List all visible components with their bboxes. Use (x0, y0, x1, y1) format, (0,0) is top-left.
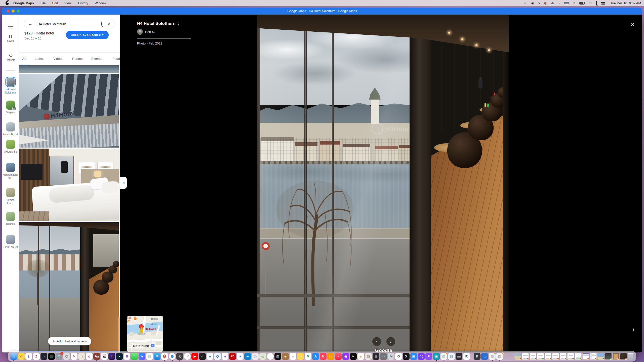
clear-search-icon[interactable]: ✕ (107, 22, 111, 26)
menu-file[interactable]: File (41, 1, 46, 5)
dock-minimized-doc-1[interactable] (522, 353, 529, 360)
task-check-icon[interactable]: ✓ (524, 2, 527, 5)
check-availability-button[interactable]: CHECK AVAILABILITY (66, 31, 109, 39)
dock-r-app[interactable]: R (463, 353, 470, 360)
dock-ring-app[interactable]: ◯ (418, 353, 425, 360)
menu-view[interactable]: View (64, 1, 71, 5)
zoom-in-icon[interactable]: + (632, 327, 635, 333)
dock-news[interactable]: N (320, 353, 327, 360)
dock-scanner[interactable]: ▬ (456, 353, 462, 360)
volume-icon[interactable]: ♪ (558, 2, 560, 5)
dock-notes[interactable]: ▭ (297, 353, 304, 360)
menu-hamburger-icon[interactable] (8, 25, 13, 28)
dock-stickies[interactable]: ▤ (146, 353, 153, 360)
dock-vinyl-app[interactable]: ◎ (373, 353, 379, 360)
minimap-pegman[interactable] (140, 329, 143, 333)
sidebar-item-saved[interactable]: Saved (2, 35, 19, 42)
dock-minimized-photo-room[interactable] (620, 353, 627, 360)
dock-usb-tree-app[interactable]: ψ (86, 353, 93, 360)
dock-vlc[interactable]: ▲ (357, 353, 364, 360)
dock-books[interactable]: ❐ (327, 353, 334, 360)
tab-all[interactable]: All (22, 57, 26, 61)
dock-finder[interactable]: ☺ (10, 353, 17, 360)
dock-star-app[interactable]: ★ (222, 353, 228, 360)
dock-drafting-app[interactable]: ❧ (237, 353, 244, 360)
menu-edit[interactable]: Edit (52, 1, 58, 5)
tab-videos[interactable]: Videos (53, 57, 63, 61)
dock-styling-app[interactable]: ∩ (78, 353, 85, 360)
dock-music[interactable]: ♪ (335, 353, 342, 360)
media-disc-icon[interactable]: ◉ (531, 2, 534, 5)
dock-minimized-doc-2[interactable] (530, 353, 536, 360)
dock-minimized-sheet-3[interactable] (590, 353, 597, 360)
recent-place-virginia[interactable]: 2Virginia (2, 101, 19, 114)
spotlight-icon[interactable] (596, 1, 597, 5)
add-photos-button[interactable]: + Add photos & videos (48, 337, 91, 345)
dock-filezilla[interactable]: FZ (229, 353, 236, 360)
search-box[interactable]: ← H4 Hotel Solothurn ✕ (24, 20, 115, 28)
menu-window[interactable]: Window (95, 1, 106, 5)
dock-trash[interactable] (628, 353, 634, 360)
recent-place-rennes[interactable]: Rennes (2, 212, 19, 225)
minimap-bar-poi-icon[interactable]: Y (133, 317, 137, 321)
dock-antivirus[interactable]: ✓ (18, 353, 25, 360)
photo-thumbnail-selected[interactable] (19, 222, 120, 352)
battery-icon[interactable] (579, 2, 585, 5)
hotel-dates[interactable]: Dec 15 – 16 (24, 37, 41, 40)
dock-chrome[interactable] (169, 353, 176, 360)
dock-piano-app[interactable]: ▥ (274, 353, 281, 360)
search-input[interactable]: H4 Hotel Solothurn (37, 22, 101, 26)
next-photo-button[interactable]: › (386, 337, 395, 346)
window-titlebar[interactable]: Google Maps - H4 Hotel Solothurn - Googl… (2, 8, 642, 15)
dock-minimized-doc-7[interactable] (567, 353, 574, 360)
back-arrow-icon[interactable]: ← (28, 21, 32, 26)
recent-place-14408-ny-90[interactable]: 14408 NY-90 (2, 235, 19, 249)
dock-gauge-app[interactable]: ◔ (41, 353, 47, 360)
menu-clock[interactable]: Tue Dec 10 9:07 AM (610, 1, 641, 5)
close-viewer-icon[interactable]: ✕ (631, 22, 635, 27)
dock-youtube[interactable]: ▶ (191, 353, 198, 360)
dock-webcam-app[interactable]: ◉ (433, 353, 440, 360)
dock-voice-app[interactable]: ılıl (425, 353, 432, 360)
dock-printer-utility[interactable]: ▤ (440, 353, 447, 360)
dock-quicktime[interactable]: Q (214, 353, 221, 360)
dock-minimized-sheet-1[interactable] (575, 353, 582, 360)
photo-thumbnail-room[interactable] (19, 149, 120, 221)
dock-media-frog-app[interactable]: ω (259, 353, 266, 360)
dock-printer-3[interactable]: ▤ (496, 353, 503, 360)
input-menu-icon[interactable]: ⌨ (564, 2, 569, 5)
dock-dictionary[interactable]: Aa (93, 353, 100, 360)
dock-minimized-photo-1[interactable] (514, 353, 521, 360)
dock-calendar[interactable]: 10 (101, 353, 108, 360)
panel-scrollbar-thumb[interactable] (118, 317, 120, 352)
dock-console[interactable]: ▭ (380, 353, 387, 360)
tab-exterior[interactable]: Exterior (91, 57, 103, 61)
dock-bluetooth-utility[interactable]: ᛒ (25, 353, 32, 360)
dock-printer-2[interactable]: ▤ (489, 353, 496, 360)
menu-app-name[interactable]: Google Maps (13, 1, 34, 5)
collapse-panel-button[interactable]: ◀ (120, 177, 127, 189)
dock-archiver[interactable]: ▤ (365, 353, 372, 360)
dock-textedit[interactable]: ✎ (71, 353, 77, 360)
mini-map[interactable]: Barge Y Ritterq Aare H4 Hotel Solothurn … (127, 316, 163, 352)
dock-minimized-doc-4[interactable] (545, 353, 551, 360)
menu-history[interactable]: History (78, 1, 88, 5)
dock-minimized-sheet-2[interactable] (582, 353, 589, 360)
dock-xquartz[interactable]: X (403, 353, 410, 360)
photo-thumbnail-exterior[interactable]: H4Hotel (19, 74, 120, 148)
dock-transit-app[interactable]: ⚑ (305, 353, 311, 360)
apple-menu-icon[interactable] (6, 1, 9, 5)
dock-podcasts[interactable]: ◉ (342, 353, 349, 360)
dock-edge[interactable]: e (207, 353, 213, 360)
zoom-window-button[interactable] (17, 10, 20, 13)
control-center-icon[interactable] (601, 2, 605, 5)
dock-home-app[interactable]: ⌂ (481, 353, 488, 360)
recent-place-northumberland[interactable]: Northumberland… (2, 163, 19, 180)
dock-mail[interactable]: ✉ (154, 353, 160, 360)
photo-author[interactable]: Ben S. (137, 29, 191, 35)
dock-zinio[interactable]: Z (33, 353, 40, 360)
dock-minimized-photo-dark[interactable] (605, 353, 612, 360)
dock-minimized-doc-5[interactable] (552, 353, 559, 360)
eject-icon[interactable]: ⏏ (551, 2, 554, 5)
recent-place-h4-hotel-solothurn[interactable]: H4 Hotel Solothurn (2, 77, 19, 94)
